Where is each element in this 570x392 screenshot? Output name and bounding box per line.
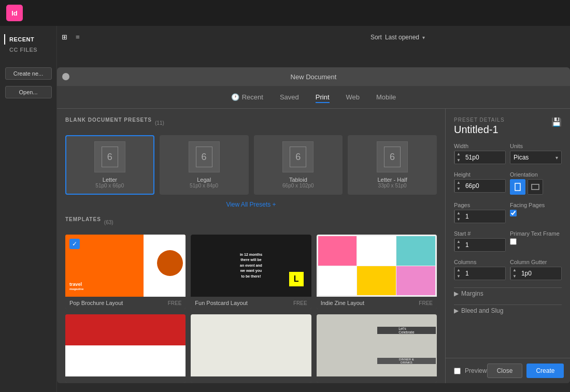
tab-print[interactable]: Print (316, 91, 330, 103)
app-icon: Id (6, 5, 23, 21)
facing-pages-checkbox[interactable] (510, 210, 517, 216)
columns-decrement-btn[interactable]: ▼ (455, 273, 462, 280)
column-gutter-field: Column Gutter ▲ ▼ (510, 259, 562, 280)
pages-increment-btn[interactable]: ▲ (455, 210, 462, 216)
template-card-invite[interactable]: Let'sCelebrate DINNER &DRINKS (317, 314, 437, 383)
list-view-button[interactable]: ≡ (74, 31, 82, 43)
open-button[interactable]: Open... (5, 86, 52, 98)
width-stepper: ▲ ▼ (454, 151, 462, 164)
columns-label: Columns (454, 259, 506, 265)
start-input[interactable] (462, 240, 505, 250)
columns-increment-btn[interactable]: ▲ (455, 267, 462, 273)
modal-close-button[interactable] (62, 73, 69, 80)
columns-stepper: ▲ ▼ (454, 267, 462, 280)
facing-pages-checkbox-row (510, 210, 562, 216)
template-card-magazine[interactable] (191, 314, 311, 383)
template-card-zine[interactable]: Indie Zine Layout FREE (317, 235, 437, 309)
orientation-field: Orientation (510, 171, 562, 195)
create-new-button[interactable]: Create ne... (5, 67, 52, 80)
template-badge-zine: FREE (419, 300, 433, 306)
tab-saved[interactable]: Saved (280, 91, 299, 103)
template-card-flowers[interactable] (65, 314, 186, 383)
pop-brochure-visual: travel magazine (65, 235, 186, 297)
grid-view-button[interactable]: ⊞ (60, 31, 69, 43)
height-decrement-btn[interactable]: ▼ (455, 186, 462, 192)
template-info-flowers (65, 376, 186, 383)
columns-field: Columns ▲ ▼ (454, 259, 506, 280)
height-input[interactable] (462, 181, 505, 191)
footer-left: Preview (454, 367, 487, 374)
preview-label: Preview (465, 367, 487, 374)
preset-card-tabloid[interactable]: 6 Tabloid 66p0 x 102p0 (254, 135, 343, 195)
preset-icon-tabloid: 6 (282, 141, 314, 172)
start-decrement-btn[interactable]: ▼ (455, 245, 462, 251)
landscape-button[interactable] (528, 179, 543, 195)
units-select[interactable]: Picas Inches mm cm px (514, 154, 555, 161)
tab-recent[interactable]: 🕐 Recent (231, 91, 263, 103)
columns-input[interactable] (462, 269, 505, 278)
template-thumb-flowers (65, 314, 186, 376)
preset-card-letter[interactable]: 6 Letter 51p0 x 66p0 (65, 135, 154, 195)
sort-dropdown[interactable]: Last opened (385, 34, 419, 41)
bleed-slug-collapsible[interactable]: ▶ Bleed and Slug (454, 304, 562, 316)
create-button[interactable]: Create (526, 364, 564, 378)
margins-chevron-icon: ▶ (454, 290, 459, 297)
primary-frame-checkbox[interactable] (510, 238, 517, 245)
preset-title-input[interactable] (454, 124, 562, 136)
facing-pages-label: Facing Pages (510, 202, 562, 208)
margins-collapsible[interactable]: ▶ Margins (454, 287, 562, 299)
height-label: Height (454, 171, 506, 178)
start-stepper: ▲ ▼ (454, 239, 462, 251)
orientation-label: Orientation (510, 171, 562, 178)
primary-frame-field: Primary Text Frame (510, 230, 562, 252)
primary-frame-checkbox-row (510, 238, 562, 245)
preset-icon-letter-half: 6 (377, 141, 408, 172)
preset-icon-letter: 6 (94, 141, 125, 172)
width-input-wrap: ▲ ▼ (454, 151, 506, 164)
height-increment-btn[interactable]: ▲ (455, 180, 462, 186)
template-card-postcard[interactable]: in 12 months there will be an event and … (191, 235, 311, 309)
preset-icon-legal: 6 (189, 141, 220, 172)
template-name-postcard: Fun Postcard Layout (195, 300, 248, 306)
start-primary-group: Start # ▲ ▼ Primary Text Frame (454, 230, 562, 252)
tab-mobile[interactable]: Mobile (376, 91, 396, 103)
pages-facing-group: Pages ▲ ▼ Facing Pages (454, 202, 562, 223)
preset-name-letter: Letter (103, 177, 117, 183)
template-info-invite (317, 376, 437, 383)
preset-name-tabloid: Tabloid (289, 177, 307, 183)
template-card-pop-brochure[interactable]: travel magazine ✓ Pop Brochure Layout FR… (65, 235, 186, 309)
pages-input[interactable] (462, 212, 505, 221)
pages-label: Pages (454, 202, 506, 208)
preview-checkbox[interactable] (454, 368, 461, 374)
sidebar-item-cc-files[interactable]: CC FILES (4, 45, 52, 55)
column-gutter-input[interactable] (518, 269, 561, 278)
width-decrement-btn[interactable]: ▼ (455, 157, 462, 164)
start-label: Start # (454, 230, 506, 237)
units-field: Units Picas Inches mm cm px ▾ (510, 143, 562, 164)
sidebar-item-recent[interactable]: RECENT (4, 34, 52, 45)
template-thumb-pop: travel magazine ✓ (65, 235, 186, 297)
zine-cell-1 (318, 236, 357, 266)
view-all-presets-link[interactable]: View All Presets + (65, 201, 437, 208)
width-input[interactable] (462, 153, 505, 162)
preset-card-letter-half[interactable]: 6 Letter - Half 33p0 x 51p0 (348, 135, 437, 195)
start-increment-btn[interactable]: ▲ (455, 239, 462, 245)
pages-decrement-btn[interactable]: ▼ (455, 216, 462, 223)
width-increment-btn[interactable]: ▲ (455, 151, 462, 157)
gutter-increment-btn[interactable]: ▲ (511, 267, 518, 273)
left-panel: BLANK DOCUMENT PRESETS (11) 6 Letter 51p… (57, 109, 446, 383)
portrait-button[interactable] (510, 179, 525, 195)
preset-card-legal[interactable]: 6 Legal 51p0 x 84p0 (160, 135, 249, 195)
zine-cell-6 (396, 266, 435, 296)
margins-label: Margins (461, 290, 483, 297)
portrait-icon (515, 183, 521, 191)
height-stepper: ▲ ▼ (454, 180, 462, 192)
gutter-decrement-btn[interactable]: ▼ (511, 273, 518, 280)
svg-rect-1 (532, 184, 539, 190)
save-icon[interactable]: 💾 (551, 117, 562, 127)
right-panel: PRESET DETAILS 💾 Width ▲ ▼ (446, 109, 570, 383)
close-button[interactable]: Close (487, 364, 523, 378)
tab-web[interactable]: Web (346, 91, 360, 103)
modal-title-bar: New Document (57, 67, 570, 86)
zine-cell-4 (318, 266, 357, 296)
